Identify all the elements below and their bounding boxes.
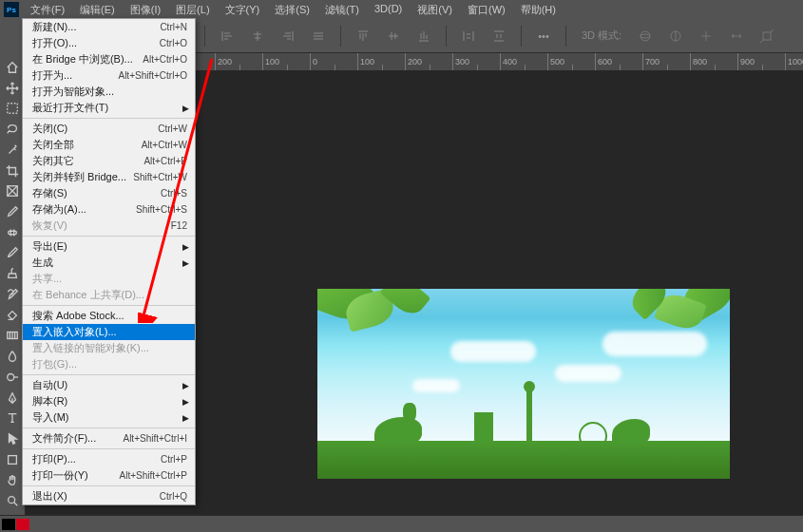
3d-scale-icon[interactable] <box>755 24 779 48</box>
menu-7[interactable]: 3D(D) <box>367 1 410 19</box>
status-bar <box>0 515 803 532</box>
menu-9[interactable]: 窗口(W) <box>460 1 513 19</box>
file-menu-item[interactable]: 最近打开文件(T)▶ <box>23 100 195 116</box>
artboard-image[interactable] <box>317 289 730 479</box>
align-middle-icon[interactable] <box>381 24 406 48</box>
menu-5[interactable]: 选择(S) <box>267 1 317 19</box>
3d-orbit-icon[interactable] <box>633 24 658 48</box>
file-menu-item[interactable]: 存储为(A)...Shift+Ctrl+S <box>23 201 195 218</box>
file-menu-item: 共享... <box>23 271 195 287</box>
file-menu-item[interactable]: 脚本(R)▶ <box>23 393 195 409</box>
align-right-icon[interactable] <box>276 24 300 48</box>
menu-4[interactable]: 文字(Y) <box>218 1 268 19</box>
menu-10[interactable]: 帮助(H) <box>513 1 564 19</box>
swatch-black[interactable] <box>2 519 15 530</box>
file-menu-item[interactable]: 打开为...Alt+Shift+Ctrl+O <box>23 67 195 84</box>
file-menu-dropdown: 新建(N)...Ctrl+N打开(O)...Ctrl+O在 Bridge 中浏览… <box>22 18 196 505</box>
file-menu-item[interactable]: 导入(M)▶ <box>23 409 195 426</box>
swatch-red[interactable] <box>16 519 29 530</box>
file-menu-item[interactable]: 导出(E)▶ <box>23 238 195 255</box>
file-menu-item[interactable]: 打印一份(Y)Alt+Shift+Ctrl+P <box>23 467 195 484</box>
align-top-icon[interactable] <box>351 24 375 48</box>
menu-8[interactable]: 视图(V) <box>410 1 460 19</box>
menu-1[interactable]: 编辑(E) <box>72 1 123 19</box>
svg-rect-2 <box>9 231 17 235</box>
file-menu-item: 打包(G)... <box>23 356 195 372</box>
file-menu-item[interactable]: 退出(X)Ctrl+Q <box>23 488 195 504</box>
file-menu-item: 置入链接的智能对象(K)... <box>23 340 195 356</box>
file-menu-item[interactable]: 打开(O)...Ctrl+O <box>23 35 195 51</box>
align-bottom-icon[interactable] <box>411 24 436 48</box>
3d-roll-icon[interactable] <box>663 24 688 48</box>
menubar: Ps 文件(F)编辑(E)图像(I)图层(L)文字(Y)选择(S)滤镜(T)3D… <box>0 0 803 19</box>
file-menu-item[interactable]: 在 Bridge 中浏览(B)...Alt+Ctrl+O <box>23 51 195 67</box>
menu-2[interactable]: 图像(I) <box>123 1 168 19</box>
menu-3[interactable]: 图层(L) <box>168 1 217 19</box>
file-menu-item[interactable]: 新建(N)...Ctrl+N <box>23 19 195 35</box>
svg-rect-13 <box>763 32 771 40</box>
3d-slide-icon[interactable] <box>724 24 749 48</box>
file-menu-item[interactable]: 打印(P)...Ctrl+P <box>23 451 195 467</box>
menu-6[interactable]: 滤镜(T) <box>317 1 367 19</box>
file-menu-item[interactable]: 存储(S)Ctrl+S <box>23 185 195 201</box>
file-menu-item[interactable]: 关闭其它Alt+Ctrl+P <box>23 153 195 169</box>
more-options-icon[interactable]: ••• <box>531 24 556 48</box>
3d-mode-label: 3D 模式: <box>582 28 621 43</box>
distribute-h-icon[interactable] <box>456 24 481 48</box>
svg-point-4 <box>8 373 14 380</box>
file-menu-item: 恢复(V)F12 <box>23 218 195 234</box>
distribute-v-icon[interactable] <box>487 24 511 48</box>
3d-pan-icon[interactable] <box>694 24 718 48</box>
svg-rect-0 <box>8 104 18 114</box>
app-icon: Ps <box>4 2 19 17</box>
file-menu-item[interactable]: 搜索 Adobe Stock... <box>23 308 195 324</box>
color-swatches <box>2 519 29 530</box>
menu-0[interactable]: 文件(F) <box>23 1 72 19</box>
svg-point-6 <box>9 497 15 504</box>
file-menu-item[interactable]: 置入嵌入对象(L)... <box>23 324 195 340</box>
align-left-icon[interactable] <box>215 24 239 48</box>
file-menu-item[interactable]: 关闭并转到 Bridge...Shift+Ctrl+W <box>23 169 195 185</box>
distribute-icon[interactable] <box>306 24 331 48</box>
align-center-h-icon[interactable] <box>245 24 270 48</box>
svg-rect-5 <box>9 455 17 464</box>
file-menu-item[interactable]: 自动(U)▶ <box>23 377 195 393</box>
file-menu-item[interactable]: 打开为智能对象... <box>23 84 195 100</box>
file-menu-item[interactable]: 关闭(C)Ctrl+W <box>23 121 195 137</box>
svg-point-10 <box>640 31 650 41</box>
file-menu-item[interactable]: 生成▶ <box>23 255 195 271</box>
file-menu-item[interactable]: 关闭全部Alt+Ctrl+W <box>23 137 195 153</box>
file-menu-item[interactable]: 文件简介(F)...Alt+Shift+Ctrl+I <box>23 430 195 446</box>
file-menu-item: 在 Behance 上共享(D)... <box>23 287 195 303</box>
svg-point-11 <box>640 34 650 38</box>
